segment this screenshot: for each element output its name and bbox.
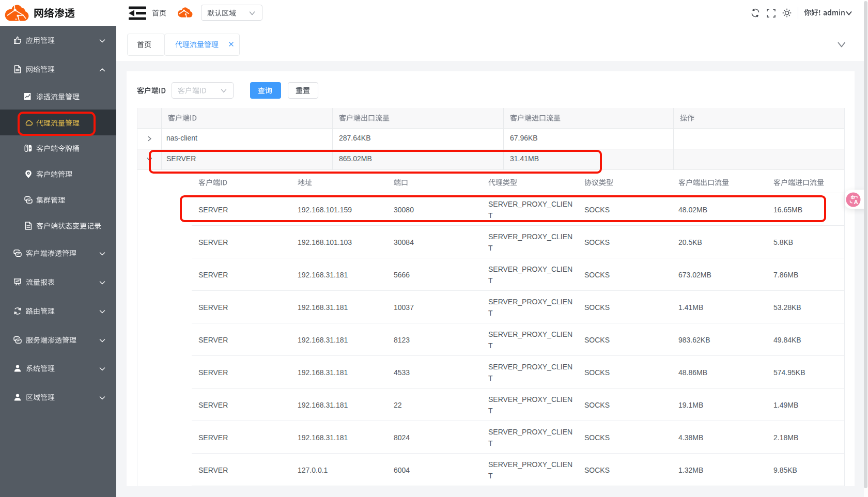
svg-text:A: A — [854, 199, 858, 205]
